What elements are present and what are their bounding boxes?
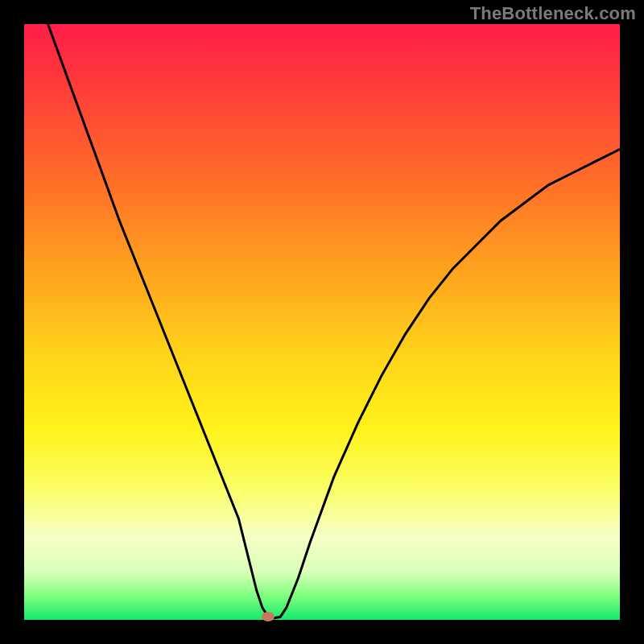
optimum-marker [262,612,275,621]
plot-area [24,24,620,620]
chart-container: TheBottleneck.com [0,0,644,644]
bottleneck-curve [48,24,620,618]
curve-svg [24,24,620,620]
attribution-label: TheBottleneck.com [470,3,636,24]
